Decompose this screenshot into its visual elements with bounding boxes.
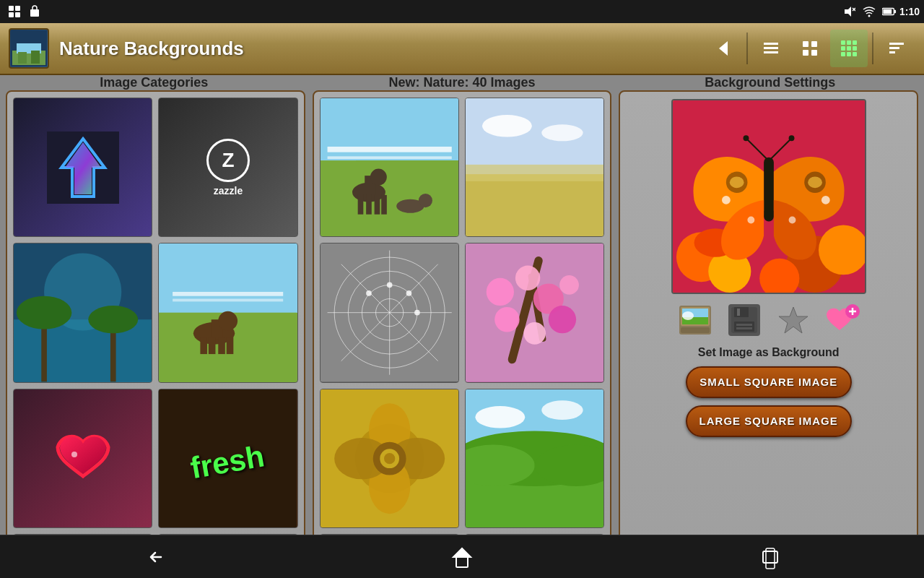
svg-marker-215 [779,307,808,333]
large-square-button[interactable]: LARGE SQUARE IMAGE [686,405,852,437]
more-options-button[interactable] [878,30,915,67]
column-headers: Image Categories New: Nature: 40 Images … [0,75,924,90]
image-item-blossoms[interactable] [465,243,604,382]
svg-rect-10 [883,9,892,14]
svg-rect-4 [30,9,39,17]
svg-rect-189 [764,158,774,222]
image-item-horses[interactable] [320,98,459,237]
bag-icon [27,4,42,19]
toolbar-separator-1 [746,33,748,64]
svg-rect-27 [853,40,857,45]
svg-rect-29 [847,46,851,51]
svg-rect-21 [803,41,808,47]
svg-point-194 [722,196,731,204]
columns-container: Z zazzle [0,90,924,535]
svg-point-124 [414,310,420,316]
svg-point-125 [366,290,372,296]
svg-rect-54 [201,337,208,354]
category-item-fresh[interactable]: fresh [158,389,297,528]
svg-rect-34 [889,43,904,45]
svg-marker-221 [453,548,471,557]
svg-rect-26 [847,40,851,45]
svg-rect-20 [764,51,778,53]
svg-rect-32 [847,52,851,56]
svg-point-197 [788,217,796,224]
svg-point-207 [682,311,694,320]
categories-scroll[interactable]: Z zazzle [7,92,304,535]
category-item-heart[interactable] [13,389,152,528]
svg-rect-35 [889,47,899,49]
svg-point-196 [747,217,754,224]
svg-rect-18 [764,43,778,45]
svg-rect-97 [327,147,451,152]
image-item-rose[interactable] [320,389,459,528]
category-item-arrow[interactable] [13,98,152,237]
svg-point-132 [494,307,519,332]
svg-rect-44 [110,327,116,382]
small-square-button[interactable]: SMALL SQUARE IMAGE [686,366,852,398]
recents-nav-button[interactable] [741,541,799,573]
images-scroll[interactable] [314,92,611,535]
app-title: Nature Backgrounds [59,38,705,60]
save-icon[interactable] [725,301,763,339]
svg-rect-55 [209,337,216,354]
svg-rect-47 [159,243,297,313]
back-nav-button[interactable] [125,541,183,573]
favorite-star-icon[interactable] [775,301,812,339]
svg-point-130 [515,266,540,290]
home-nav-button[interactable] [433,541,491,573]
svg-point-135 [559,275,579,295]
grid-small-view-button[interactable] [791,30,829,67]
svg-point-129 [487,278,514,306]
svg-rect-3 [15,12,20,17]
svg-point-193 [808,176,822,188]
svg-point-133 [549,306,576,333]
toolbar-separator-2 [872,33,873,64]
list-view-button[interactable] [752,30,790,67]
svg-rect-222 [763,551,777,563]
svg-rect-2 [9,12,14,17]
images-panel [313,90,612,535]
image-item-spider-web[interactable] [320,243,459,382]
svg-marker-17 [719,41,728,56]
category-item-horse-field[interactable] [158,243,297,382]
svg-rect-25 [841,40,845,45]
svg-rect-49 [173,292,283,296]
svg-rect-50 [173,299,283,302]
svg-rect-19 [764,47,778,49]
image-item-green-hills[interactable] [465,389,604,528]
svg-rect-23 [803,50,808,56]
image-item-prairie[interactable] [465,98,604,237]
svg-point-53 [219,311,238,331]
toolbar-icons [705,30,915,67]
svg-rect-57 [227,337,234,354]
svg-rect-213 [736,324,752,326]
svg-rect-22 [811,41,817,47]
preview-image [671,99,866,294]
grid-large-view-button[interactable] [830,30,868,67]
heart-plus-icon[interactable] [824,301,861,339]
svg-point-134 [523,322,546,345]
svg-point-195 [821,196,830,204]
svg-rect-108 [466,98,603,174]
category-item-palms[interactable] [13,243,152,382]
back-toolbar-button[interactable] [705,30,742,67]
svg-rect-1 [15,6,20,11]
battery-icon [882,4,897,19]
svg-rect-11 [894,10,896,14]
svg-rect-24 [811,50,817,56]
images-header: New: Nature: 40 Images [308,75,616,90]
category-item-zazzle[interactable]: Z zazzle [158,98,297,237]
svg-point-148 [541,400,583,420]
svg-point-107 [419,194,432,207]
svg-rect-214 [736,327,752,329]
svg-rect-110 [466,165,603,181]
title-bar: Nature Backgrounds [0,23,924,75]
svg-rect-210 [734,307,749,317]
svg-point-58 [71,452,77,457]
main-content: Image Categories New: Nature: 40 Images … [0,75,924,535]
svg-rect-30 [853,46,857,51]
status-bar: 1:10 [0,0,924,23]
time-display: 1:10 [902,4,917,19]
wallpaper-set-icon[interactable] [676,301,714,339]
